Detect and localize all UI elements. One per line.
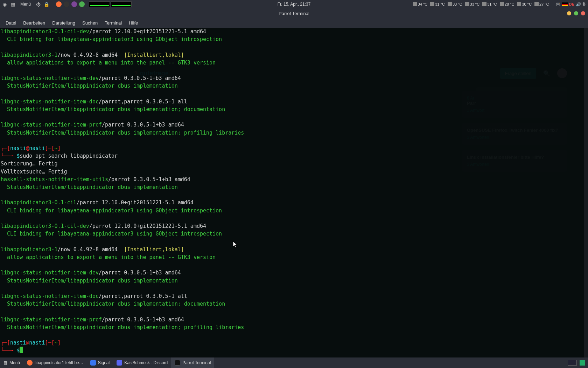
menu-button[interactable]: Menü (18, 2, 33, 7)
taskbar-item-terminal[interactable]: Parrot Terminal (171, 357, 214, 368)
lock-icon[interactable]: 🔒 (43, 1, 50, 7)
workspace-switcher[interactable] (568, 360, 577, 366)
discord-icon (117, 360, 122, 366)
terminal-icon[interactable] (64, 1, 69, 7)
cpu-graph (89, 1, 110, 7)
terminal-icon (175, 360, 180, 366)
taskbar-menu[interactable]: ▦ Menü (0, 357, 23, 368)
menu-view[interactable]: Darstellung (49, 19, 79, 27)
terminal-menubar: Datei Bearbeiten Darstellung Suchen Term… (0, 18, 588, 28)
firefox-icon[interactable] (56, 1, 62, 7)
network-icon[interactable]: ⇅ (582, 2, 586, 7)
temp-sensor: 30 °C (516, 2, 532, 6)
temp-sensor: 28 °C (499, 2, 515, 6)
taskbar-item-signal[interactable]: Signal (87, 357, 113, 368)
keyboard-layout-flag-icon[interactable] (562, 2, 568, 6)
system-monitor-applet[interactable] (89, 1, 132, 7)
keyboard-layout-label: DE (569, 2, 574, 6)
menu-terminal[interactable]: Terminal (101, 19, 125, 27)
app-icon[interactable] (79, 1, 85, 7)
clock[interactable]: Fr, 15. Apr., 21:37 (278, 2, 311, 7)
menu-edit[interactable]: Bearbeiten (20, 19, 49, 27)
window-title: Parrot Terminal (279, 11, 309, 16)
top-panel: ◉ ▦ Menü ⏻ 🔒 Fr, 15. Apr., 21:37 34 °C 3… (0, 0, 588, 8)
show-desktop-icon[interactable] (580, 360, 585, 366)
tor-icon[interactable] (71, 1, 77, 7)
parrot-logo-icon[interactable]: ◉ (1, 1, 8, 7)
window-maximize-icon[interactable] (574, 11, 578, 15)
window-close-icon[interactable] (581, 11, 585, 15)
firefox-icon (27, 360, 33, 366)
power-icon[interactable]: ⏻ (35, 1, 41, 7)
discord-tray-icon[interactable]: 🎮 (555, 2, 561, 7)
window-titlebar[interactable]: Parrot Terminal (0, 8, 588, 18)
temp-sensor: 31 °C (482, 2, 498, 6)
terminal-output[interactable]: libappindicator3-0.1-cil-dev/parrot 12.1… (0, 28, 584, 357)
signal-icon (90, 360, 96, 366)
temp-sensor: 34 °C (412, 2, 428, 6)
menu-file[interactable]: Datei (2, 19, 20, 27)
temp-sensor: 33 °C (464, 2, 481, 6)
temp-sensor: 27 °C (534, 2, 550, 6)
apps-grid-icon[interactable]: ▦ (10, 1, 16, 7)
taskbar-item-firefox[interactable]: libappindicator1 fehlt be… (23, 357, 87, 368)
net-graph (111, 1, 132, 7)
menu-help[interactable]: Hilfe (125, 19, 141, 27)
temp-sensor: 33 °C (447, 2, 463, 6)
taskbar: ▦ Menü libappindicator1 fehlt be… Signal… (0, 357, 588, 368)
volume-icon[interactable]: 🔊 (576, 2, 581, 7)
taskbar-item-discord[interactable]: KasiSchmock - Discord (113, 357, 171, 368)
temp-sensor: 31 °C (429, 2, 446, 6)
window-minimize-icon[interactable] (567, 11, 571, 15)
menu-search[interactable]: Suchen (79, 19, 101, 27)
apps-grid-icon: ▦ (4, 360, 7, 365)
